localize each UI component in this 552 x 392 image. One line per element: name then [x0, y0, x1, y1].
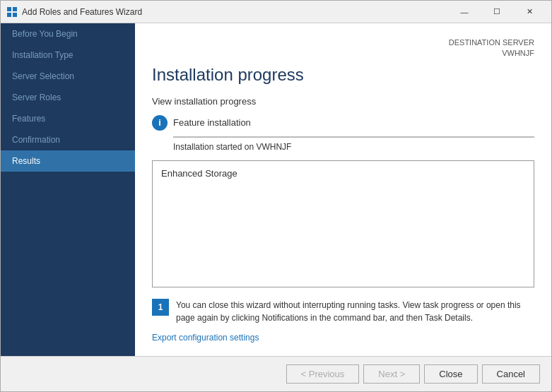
- note-number-icon: 1: [152, 299, 169, 316]
- minimize-button[interactable]: —: [448, 1, 481, 23]
- sidebar-item-server-roles: Server Roles: [1, 87, 135, 108]
- sidebar-item-results: Results: [1, 150, 135, 172]
- main-content: DESTINATION SERVER VWHNJF Installation p…: [135, 23, 551, 356]
- sidebar-item-confirmation: Confirmation: [1, 129, 135, 150]
- note-text: You can close this wizard without interr…: [176, 299, 534, 324]
- sidebar-item-installation-type: Installation Type: [1, 44, 135, 66]
- section-label: View installation progress: [152, 96, 534, 107]
- titlebar: Add Roles and Features Wizard — ☐ ✕: [1, 1, 551, 23]
- svg-rect-1: [13, 7, 17, 11]
- feature-installation-label: Feature installation: [173, 117, 251, 128]
- footer: < Previous Next > Close Cancel: [1, 356, 551, 391]
- info-note: 1 You can close this wizard without inte…: [152, 299, 534, 324]
- app-icon: [6, 6, 18, 18]
- feature-installation-row: i Feature installation: [152, 115, 534, 131]
- page-title: Installation progress: [152, 65, 534, 85]
- cancel-button[interactable]: Cancel: [482, 364, 540, 384]
- maximize-button[interactable]: ☐: [481, 1, 513, 23]
- info-icon: i: [152, 115, 168, 131]
- sidebar-nav: Before You Begin Installation Type Serve…: [1, 23, 135, 172]
- window-title: Add Roles and Features Wizard: [22, 7, 448, 17]
- svg-rect-3: [13, 13, 17, 17]
- wizard-body: Before You Begin Installation Type Serve…: [1, 23, 551, 356]
- export-configuration-link[interactable]: Export configuration settings: [152, 333, 534, 343]
- install-started-text: Installation started on VWHNJF: [173, 142, 534, 152]
- window-controls: — ☐ ✕: [448, 1, 546, 23]
- sidebar-item-server-selection: Server Selection: [1, 66, 135, 87]
- sidebar-item-before-you-begin: Before You Begin: [1, 23, 135, 44]
- close-button[interactable]: Close: [424, 364, 477, 384]
- progress-bar-container: [173, 136, 534, 138]
- feature-box: Enhanced Storage: [152, 160, 534, 287]
- sidebar: Before You Begin Installation Type Serve…: [1, 23, 135, 356]
- destination-server: DESTINATION SERVER VWHNJF: [152, 37, 534, 59]
- next-button[interactable]: Next >: [363, 364, 420, 384]
- previous-button[interactable]: < Previous: [286, 364, 360, 384]
- wizard-window: Add Roles and Features Wizard — ☐ ✕ Befo…: [0, 0, 552, 392]
- svg-rect-0: [7, 7, 11, 11]
- svg-rect-2: [7, 13, 11, 17]
- sidebar-item-features: Features: [1, 108, 135, 129]
- close-window-button[interactable]: ✕: [513, 1, 546, 23]
- feature-box-content: Enhanced Storage: [161, 168, 237, 179]
